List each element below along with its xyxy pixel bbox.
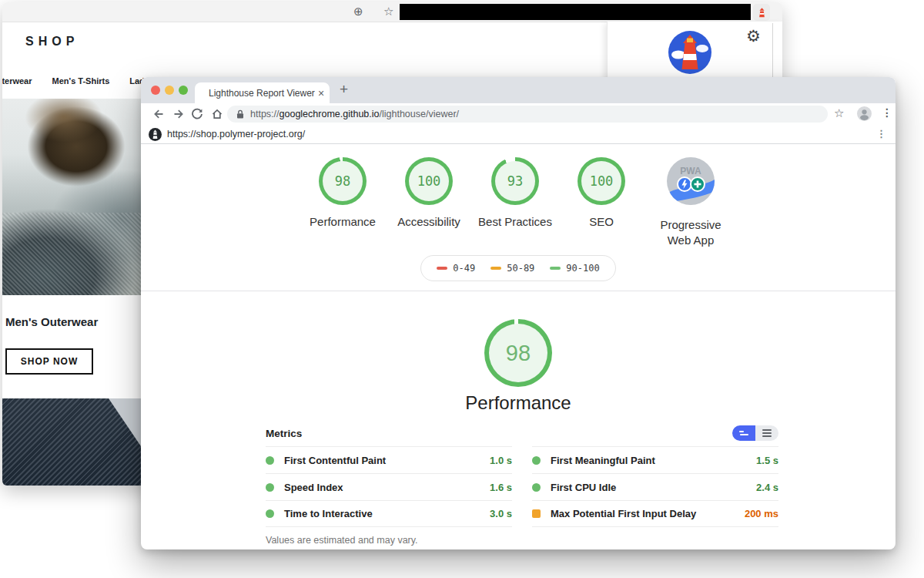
redacted-address-bar [400, 4, 751, 20]
metric-speed-index: Speed Index 1.6 s [266, 473, 512, 500]
minimize-window-button[interactable] [165, 86, 174, 95]
back-icon[interactable] [152, 107, 166, 121]
lighthouse-avatar-icon [668, 31, 711, 74]
lighthouse-logo-icon [149, 128, 162, 141]
pwa-badge-text: PWA [680, 166, 701, 176]
viewer-url-bar: https://shop.polymer-project.org/ ⋮ [141, 125, 896, 144]
accessibility-label: Accessibility [392, 214, 466, 230]
report-menu-icon[interactable]: ⋮ [876, 128, 886, 139]
legend-pill: 0-49 50-89 90-100 [420, 255, 615, 281]
tested-url: https://shop.polymer-project.org/ [167, 129, 305, 139]
lock-icon [236, 109, 244, 119]
nav-item-mens-tshirts[interactable]: Men's T-Shirts [52, 76, 110, 86]
lighthouse-viewer-window: Lighthouse Report Viewer × + https://goo… [141, 77, 896, 549]
gear-icon[interactable]: ⚙ [746, 28, 761, 44]
metric-value: 1.5 s [756, 455, 778, 466]
background-toolbar: ⊕ ☆ [2, 2, 782, 22]
zoom-window-button[interactable] [179, 86, 188, 95]
pass-dot-icon [266, 483, 274, 492]
pass-dot-icon [266, 456, 274, 465]
metric-first-contentful-paint: First Contentful Paint 1.0 s [266, 446, 512, 473]
score-performance[interactable]: 98 Performance [306, 157, 380, 247]
performance-detail-heading: Performance [141, 392, 896, 414]
reload-icon[interactable] [190, 107, 204, 121]
metrics-section: Metrics First Contentful Paint 1.0 s [266, 423, 778, 527]
target-icon[interactable]: ⊕ [353, 5, 363, 18]
metrics-title: Metrics [266, 428, 302, 439]
browser-menu-icon[interactable]: ⋮ [882, 106, 892, 119]
seo-gauge: 100 [578, 157, 625, 205]
pwa-badge-icon: PWA [667, 157, 715, 205]
lighthouse-glyph [756, 7, 768, 18]
product-image [2, 398, 141, 486]
average-dash-icon [490, 267, 501, 270]
metric-value: 1.0 s [490, 455, 512, 466]
category-title: Men's Outerwear [5, 315, 98, 328]
pass-dash-icon [550, 267, 561, 270]
pwa-label: Progressive Web App [651, 217, 731, 247]
pass-dot-icon [266, 509, 274, 518]
metric-value: 1.6 s [490, 482, 512, 493]
metric-first-meaningful-paint: First Meaningful Paint 1.5 s [532, 446, 778, 473]
nav-item-ladies-outerwear[interactable]: Ladies Outerwear [2, 76, 32, 86]
seo-score: 100 [581, 161, 621, 201]
performance-detail-gauge: 98 [484, 319, 552, 387]
tab-strip: Lighthouse Report Viewer × + [141, 77, 896, 103]
metric-first-cpu-idle: First CPU Idle 2.4 s [532, 473, 778, 500]
legend-average: 50-89 [490, 263, 534, 274]
tab-close-icon[interactable]: × [318, 87, 324, 99]
browser-toolbar: https://googlechrome.github.io/lighthous… [141, 103, 896, 125]
score-seo[interactable]: 100 SEO [564, 157, 638, 247]
pass-dot-icon [532, 483, 541, 492]
home-icon[interactable] [210, 107, 224, 121]
seo-label: SEO [564, 214, 638, 230]
hero-image [2, 99, 141, 295]
score-pwa[interactable]: PWA Progressive Web App [651, 157, 731, 247]
new-tab-button[interactable]: + [340, 81, 348, 98]
score-accessibility[interactable]: 100 Accessibility [392, 157, 466, 247]
bookmark-star-icon[interactable]: ☆ [383, 5, 393, 18]
metrics-column-right: First Meaningful Paint 1.5 s First CPU I… [532, 446, 778, 527]
metric-value: 2.4 s [756, 482, 778, 493]
pass-dot-icon [532, 456, 541, 465]
legend-pass: 90-100 [550, 263, 599, 274]
tab-lighthouse-report-viewer[interactable]: Lighthouse Report Viewer × [195, 82, 330, 103]
best-practices-score: 93 [495, 161, 535, 201]
toggle-list-view[interactable] [755, 425, 778, 441]
tab-title: Lighthouse Report Viewer [209, 88, 315, 99]
performance-detail-score: 98 [489, 324, 547, 382]
shop-logo[interactable]: SHOP [25, 35, 79, 49]
metrics-footnote: Values are estimated and may vary. [266, 535, 418, 546]
close-window-button[interactable] [151, 86, 160, 95]
performance-label: Performance [306, 214, 380, 230]
performance-gauge: 98 [319, 157, 367, 205]
metric-value: 3.0 s [490, 508, 512, 519]
metrics-column-left: First Contentful Paint 1.0 s Speed Index… [266, 446, 512, 527]
score-summary-row: 98 Performance 100 Accessibility 93 Best… [141, 157, 896, 247]
forward-icon[interactable] [172, 107, 186, 121]
lighthouse-extension-icon[interactable] [753, 4, 770, 21]
shop-now-button[interactable]: SHOP NOW [5, 348, 93, 375]
metric-max-potential-fid: Max Potential First Input Delay 200 ms [532, 500, 778, 527]
performance-score: 98 [323, 161, 363, 201]
address-bar[interactable]: https://googlechrome.github.io/lighthous… [227, 106, 828, 123]
profile-avatar-icon[interactable] [857, 106, 872, 121]
legend-fail: 0-49 [437, 263, 475, 274]
fail-dash-icon [437, 267, 447, 270]
accessibility-score: 100 [409, 161, 449, 201]
metrics-view-toggle [732, 425, 778, 441]
best-practices-label: Best Practices [478, 214, 552, 230]
url-text: https://googlechrome.github.io/lighthous… [250, 109, 459, 119]
accessibility-gauge: 100 [405, 157, 453, 205]
toggle-condensed-view[interactable] [732, 425, 755, 441]
bookmark-this-page-icon[interactable]: ☆ [834, 106, 844, 120]
score-legend: 0-49 50-89 90-100 [141, 255, 896, 281]
metric-time-to-interactive: Time to Interactive 3.0 s [266, 500, 512, 527]
metric-value: 200 ms [745, 508, 778, 519]
average-square-icon [532, 509, 541, 518]
section-divider [141, 291, 896, 291]
best-practices-gauge: 93 [491, 157, 539, 205]
score-best-practices[interactable]: 93 Best Practices [478, 157, 552, 247]
